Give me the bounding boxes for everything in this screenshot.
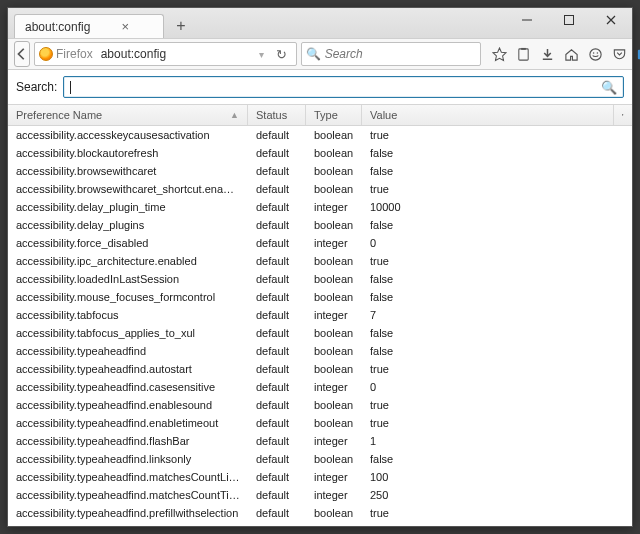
addon-icon — [636, 47, 640, 62]
pref-row[interactable]: accessibility.typeaheadfind.soundURLdefa… — [8, 522, 632, 526]
preference-list[interactable]: accessibility.accesskeycausesactivationd… — [8, 126, 632, 526]
svg-point-6 — [597, 52, 599, 54]
pref-name: accessibility.typeaheadfind.linksonly — [8, 453, 248, 465]
svg-rect-3 — [521, 47, 526, 49]
pref-row[interactable]: accessibility.delay_plugin_timedefaultin… — [8, 198, 632, 216]
downloads-button[interactable] — [537, 43, 559, 65]
col-value[interactable]: Value — [362, 105, 614, 125]
identity-label: Firefox — [56, 47, 93, 61]
browser-window: about:config × + Firefox — [7, 7, 633, 527]
pref-row[interactable]: accessibility.typeaheadfinddefaultboolea… — [8, 342, 632, 360]
close-icon — [606, 15, 616, 25]
pref-name: accessibility.typeaheadfind.matchesCount… — [8, 471, 248, 483]
pref-value: false — [362, 165, 632, 177]
reload-button[interactable]: ↻ — [272, 47, 292, 62]
identity-box[interactable]: Firefox — [39, 47, 97, 61]
pref-row[interactable]: accessibility.browsewithcaret_shortcut.e… — [8, 180, 632, 198]
pref-type: integer — [306, 201, 362, 213]
pref-status: default — [248, 309, 306, 321]
pref-name: accessibility.accesskeycausesactivation — [8, 129, 248, 141]
pref-row[interactable]: accessibility.ipc_architecture.enabledde… — [8, 252, 632, 270]
filter-input[interactable] — [71, 80, 601, 94]
pref-row[interactable]: accessibility.accesskeycausesactivationd… — [8, 126, 632, 144]
back-arrow-icon — [15, 47, 29, 61]
pref-row[interactable]: accessibility.typeaheadfind.enabletimeou… — [8, 414, 632, 432]
pref-row[interactable]: accessibility.browsewithcaretdefaultbool… — [8, 162, 632, 180]
pref-type: boolean — [306, 219, 362, 231]
filter-box[interactable]: 🔍 — [63, 76, 624, 98]
pref-name: accessibility.ipc_architecture.enabled — [8, 255, 248, 267]
pref-row[interactable]: accessibility.force_disableddefaultinteg… — [8, 234, 632, 252]
firefox-icon — [39, 47, 53, 61]
pref-type: boolean — [306, 417, 362, 429]
col-preference-name[interactable]: Preference Name ▲ — [8, 105, 248, 125]
column-picker-icon — [622, 110, 624, 120]
url-input[interactable] — [101, 47, 251, 61]
url-dropdown-icon[interactable]: ▾ — [255, 49, 268, 60]
minimize-button[interactable] — [506, 8, 548, 32]
svg-rect-0 — [522, 20, 532, 21]
col-status[interactable]: Status — [248, 105, 306, 125]
smile-icon — [588, 47, 603, 62]
titlebar: about:config × + — [8, 8, 632, 38]
close-window-button[interactable] — [590, 8, 632, 32]
pref-row[interactable]: accessibility.typeaheadfind.linksonlydef… — [8, 450, 632, 468]
pref-name: accessibility.typeaheadfind.enabletimeou… — [8, 417, 248, 429]
pref-name: accessibility.blockautorefresh — [8, 147, 248, 159]
pref-row[interactable]: accessibility.blockautorefreshdefaultboo… — [8, 144, 632, 162]
pref-name: accessibility.browsewithcaret_shortcut.e… — [8, 183, 248, 195]
search-input[interactable] — [325, 47, 476, 61]
navbar: Firefox ▾ ↻ 🔍 — [8, 38, 632, 70]
tab-active[interactable]: about:config × — [14, 14, 164, 38]
addon-button[interactable] — [633, 43, 640, 65]
pocket-icon — [612, 47, 627, 62]
pref-row[interactable]: accessibility.mouse_focuses_formcontrold… — [8, 288, 632, 306]
search-icon: 🔍 — [306, 47, 321, 61]
back-button[interactable] — [14, 41, 30, 67]
pref-row[interactable]: accessibility.typeaheadfind.autostartdef… — [8, 360, 632, 378]
tab-close-icon[interactable]: × — [118, 20, 132, 34]
new-tab-button[interactable]: + — [168, 15, 194, 37]
pref-value: true — [362, 399, 632, 411]
pref-row[interactable]: accessibility.tabfocusdefaultinteger7 — [8, 306, 632, 324]
pref-status: default — [248, 165, 306, 177]
pocket-button[interactable] — [609, 43, 631, 65]
pref-value: true — [362, 507, 632, 519]
pref-row[interactable]: accessibility.typeaheadfind.prefillwiths… — [8, 504, 632, 522]
maximize-button[interactable] — [548, 8, 590, 32]
star-icon — [492, 47, 507, 62]
pref-row[interactable]: accessibility.typeaheadfind.matchesCount… — [8, 468, 632, 486]
pref-name: accessibility.typeaheadfind.autostart — [8, 363, 248, 375]
pref-status: default — [248, 363, 306, 375]
bookmark-star-button[interactable] — [489, 43, 511, 65]
url-bar[interactable]: Firefox ▾ ↻ — [34, 42, 297, 66]
pref-name: accessibility.typeaheadfind.enablesound — [8, 399, 248, 411]
hello-button[interactable] — [585, 43, 607, 65]
search-bar[interactable]: 🔍 — [301, 42, 481, 66]
pref-row[interactable]: accessibility.typeaheadfind.flashBardefa… — [8, 432, 632, 450]
pref-row[interactable]: accessibility.delay_pluginsdefaultboolea… — [8, 216, 632, 234]
pref-row[interactable]: accessibility.typeaheadfind.casesensitiv… — [8, 378, 632, 396]
pref-value: true — [362, 183, 632, 195]
pref-type: boolean — [306, 345, 362, 357]
pref-status: default — [248, 183, 306, 195]
reading-list-button[interactable] — [513, 43, 535, 65]
pref-type: integer — [306, 237, 362, 249]
pref-type: string — [306, 525, 362, 526]
pref-name: accessibility.tabfocus — [8, 309, 248, 321]
col-type[interactable]: Type — [306, 105, 362, 125]
col-label: Type — [314, 109, 338, 121]
pref-status: default — [248, 147, 306, 159]
home-button[interactable] — [561, 43, 583, 65]
pref-row[interactable]: accessibility.typeaheadfind.enablesoundd… — [8, 396, 632, 414]
pref-value: false — [362, 345, 632, 357]
pref-row[interactable]: accessibility.loadedInLastSessiondefault… — [8, 270, 632, 288]
pref-type: boolean — [306, 147, 362, 159]
clipboard-icon — [516, 47, 531, 62]
pref-row[interactable]: accessibility.typeaheadfind.matchesCount… — [8, 486, 632, 504]
sort-indicator-icon: ▲ — [230, 110, 239, 120]
pref-type: integer — [306, 309, 362, 321]
pref-row[interactable]: accessibility.tabfocus_applies_to_xuldef… — [8, 324, 632, 342]
column-picker[interactable] — [614, 105, 632, 125]
pref-name: accessibility.typeaheadfind.flashBar — [8, 435, 248, 447]
